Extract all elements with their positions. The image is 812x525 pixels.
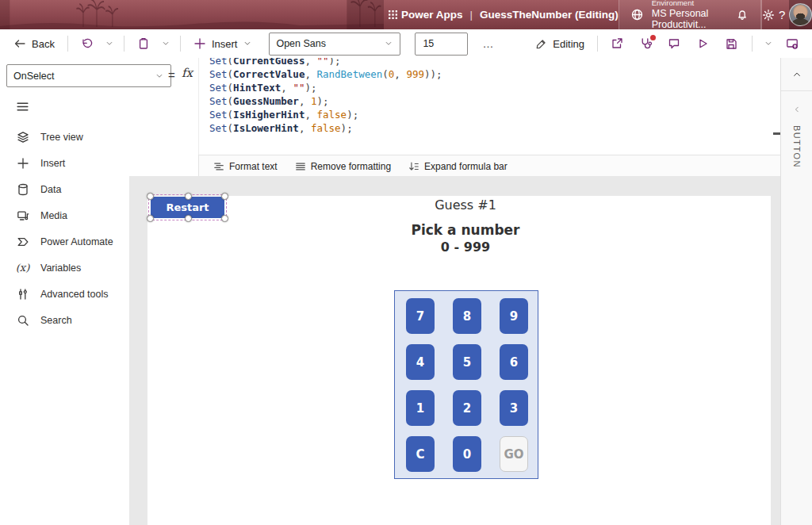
formula-editor[interactable]: Set(CurrentGuess, "");Set(CorrectValue, … [198,58,792,155]
formula-left-pane: OnSelect = fx [0,58,198,97]
keypad-key-9[interactable]: 9 [500,298,528,334]
app-screen-canvas[interactable]: Restart Guess #1 Pick a number 0 - 999 7… [147,196,771,525]
formula-line: Set(HintText, ""); [209,81,792,94]
expand-formula-bar-button[interactable]: Expand formula bar [402,159,514,174]
resize-handle[interactable] [221,215,228,222]
sidebar-collapse-button[interactable] [0,97,29,124]
font-family-select[interactable]: Open Sans [269,33,400,56]
command-bar: Back Insert Open Sans … Editing [0,29,812,59]
collapse-formula-bar-button[interactable] [781,58,812,91]
chevron-up-icon [792,70,802,79]
selected-control-label[interactable]: BUTTON [792,125,802,168]
keypad-key-2[interactable]: 2 [453,390,481,426]
sidebar-item-media[interactable]: Media [0,202,129,228]
gear-icon [762,9,775,21]
account-zone [789,0,812,29]
keypad-key-3[interactable]: 3 [500,390,528,426]
keypad-key-8[interactable]: 8 [453,298,481,334]
app-launcher-icon [387,9,399,21]
resize-handle[interactable] [147,215,154,222]
app-launcher-button[interactable] [384,0,401,29]
editing-label: Editing [553,38,584,50]
property-value: OnSelect [13,71,54,82]
right-rail: BUTTON [780,58,812,525]
remove-formatting-icon [295,161,306,172]
font-size-input[interactable] [415,33,468,56]
chevron-left-icon [793,105,801,113]
format-text-button[interactable]: Format text [207,159,284,174]
resize-handle[interactable] [185,193,192,200]
environment-name: MS Personal Productivit... [652,8,717,31]
guess-counter-label[interactable]: Guess #1 [301,197,630,213]
range-label[interactable]: 0 - 999 [301,240,630,255]
preview-button[interactable] [691,33,714,55]
sidebar-item-label: Variables [40,262,81,274]
cmd-divider [597,36,598,52]
restart-button[interactable]: Restart [151,197,224,218]
action-label: Remove formatting [311,161,391,172]
settings-button[interactable] [761,0,776,29]
publish-icon [786,37,799,50]
environment-text: Environment MS Personal Productivit... [652,0,717,30]
sidebar-item-variables[interactable]: (x)Variables [0,255,129,281]
editing-mode-button[interactable]: Editing [530,34,590,54]
insert-icon [16,157,29,170]
left-sidebar: Tree viewInsertDataMediaPower Automate(x… [0,97,129,525]
help-button[interactable]: ? [776,0,790,29]
keypad-key-6[interactable]: 6 [500,344,528,380]
cmdbar-right-icons [605,33,804,55]
avatar[interactable] [789,3,812,26]
cmd-divider [124,36,124,52]
sidebar-item-search[interactable]: Search [0,307,129,333]
keypad-key-4[interactable]: 4 [406,344,435,380]
publish-button[interactable] [780,33,804,55]
back-arrow-icon [13,37,26,50]
chevron-down-button[interactable] [761,33,776,55]
undo-menu-button[interactable] [102,33,117,55]
keypad-key-7[interactable]: 7 [406,298,435,334]
advanced-tools-icon [16,288,29,301]
insert-button[interactable]: Insert [188,29,259,59]
resize-handle[interactable] [185,215,192,222]
sidebar-item-data[interactable]: Data [0,176,129,202]
expand-properties-button[interactable] [793,104,801,116]
comments-button[interactable] [662,33,686,55]
notifications-button[interactable] [735,0,749,29]
more-commands-button[interactable]: … [482,37,494,50]
environment-picker[interactable]: Environment MS Personal Productivit... [619,0,761,29]
property-select[interactable]: OnSelect [6,64,171,87]
properties-panel-collapsed: BUTTON [781,91,812,168]
power-automate-icon [16,236,29,248]
keypad-key-go[interactable]: GO [500,436,528,472]
resize-handle[interactable] [221,193,228,200]
undo-button[interactable] [75,33,99,55]
save-button[interactable] [719,33,743,55]
paste-button[interactable] [132,33,155,55]
plus-icon [193,37,206,50]
format-text-icon [213,161,224,172]
sidebar-item-insert[interactable]: Insert [0,150,129,176]
app-checker-button[interactable] [634,33,657,55]
share-button[interactable] [605,33,629,55]
resize-handle[interactable] [147,193,154,200]
sidebar-item-advanced-tools[interactable]: Advanced tools [0,281,129,307]
header-photo-decoration [0,0,384,29]
keypad-key-0[interactable]: 0 [453,436,481,472]
sidebar-item-tree-view[interactable]: Tree view [0,124,129,150]
expand-formula-icon [408,161,419,172]
back-button[interactable]: Back [8,33,60,54]
bell-icon [736,9,749,21]
formula-actions: Format textRemove formattingExpand formu… [198,155,790,178]
formula-line: Set(IsHigherHint, false); [209,108,792,121]
pick-number-title[interactable]: Pick a number [301,222,630,238]
sidebar-item-label: Media [40,210,67,221]
pencil-icon [535,38,547,50]
top-header: Power Apps | GuessTheNumber (Editing) En… [0,0,812,29]
paste-menu-button[interactable] [159,33,173,55]
keypad-key-c[interactable]: C [406,436,435,472]
sidebar-item-power-automate[interactable]: Power Automate [0,228,129,255]
keypad-key-5[interactable]: 5 [453,344,481,380]
keypad-key-1[interactable]: 1 [406,390,435,426]
remove-formatting-button[interactable]: Remove formatting [289,159,397,174]
formula-line: Set(GuessNumber, 1); [209,94,792,108]
